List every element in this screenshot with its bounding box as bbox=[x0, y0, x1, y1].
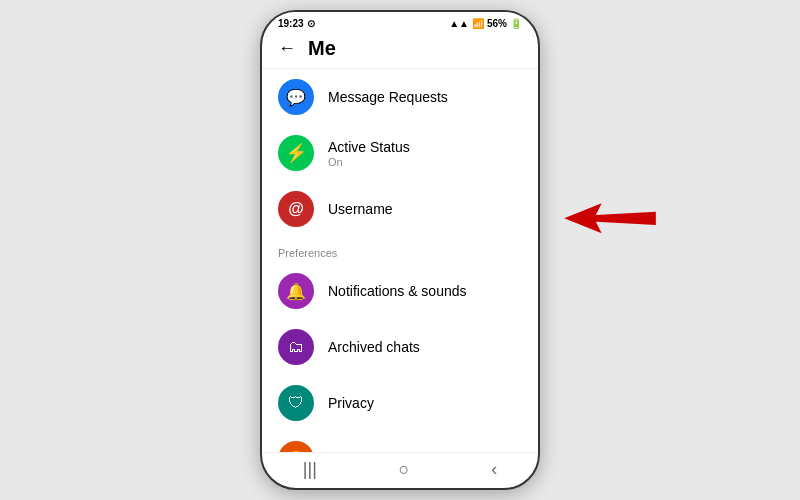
preferences-section-label: Preferences bbox=[262, 237, 538, 263]
arrow-annotation bbox=[550, 195, 670, 249]
status-clock-icon: ⊙ bbox=[307, 18, 315, 29]
privacy-label: Privacy bbox=[328, 395, 374, 411]
back-button[interactable]: ← bbox=[278, 38, 296, 59]
menu-item-archived-chats[interactable]: 🗂 Archived chats bbox=[262, 319, 538, 375]
page-header: ← Me bbox=[262, 31, 538, 69]
archived-chats-icon: 🗂 bbox=[278, 329, 314, 365]
status-time: 19:23 bbox=[278, 18, 304, 29]
avatar-icon: 😊 bbox=[278, 441, 314, 452]
nav-bar: ||| ○ ‹ bbox=[262, 452, 538, 488]
message-requests-icon: 💬 bbox=[278, 79, 314, 115]
archived-chats-label: Archived chats bbox=[328, 339, 420, 355]
menu-item-notifications[interactable]: 🔔 Notifications & sounds bbox=[262, 263, 538, 319]
signal-icon: ▲▲ bbox=[449, 18, 469, 29]
nav-home-icon[interactable]: ○ bbox=[399, 459, 410, 480]
message-requests-label: Message Requests bbox=[328, 89, 448, 105]
privacy-icon: 🛡 bbox=[278, 385, 314, 421]
menu-item-avatar[interactable]: 😊 Avatar bbox=[262, 431, 538, 452]
active-status-label: Active Status bbox=[328, 139, 410, 155]
nav-menu-icon[interactable]: ||| bbox=[303, 459, 317, 480]
battery-level: 56% bbox=[487, 18, 507, 29]
username-icon: @ bbox=[278, 191, 314, 227]
phone-frame: 19:23 ⊙ ▲▲ 📶 56% 🔋 ← Me 💬 Mess bbox=[260, 10, 540, 490]
active-status-icon: ⚡ bbox=[278, 135, 314, 171]
nav-back-icon[interactable]: ‹ bbox=[491, 459, 497, 480]
status-bar: 19:23 ⊙ ▲▲ 📶 56% 🔋 bbox=[262, 12, 538, 31]
username-label: Username bbox=[328, 201, 393, 217]
notifications-label: Notifications & sounds bbox=[328, 283, 467, 299]
svg-marker-0 bbox=[564, 203, 656, 233]
menu-item-username[interactable]: @ Username bbox=[262, 181, 538, 237]
page-title: Me bbox=[308, 37, 336, 60]
menu-item-privacy[interactable]: 🛡 Privacy bbox=[262, 375, 538, 431]
wifi-icon: 📶 bbox=[472, 18, 484, 29]
menu-item-message-requests[interactable]: 💬 Message Requests bbox=[262, 69, 538, 125]
active-status-subtext: On bbox=[328, 156, 410, 168]
battery-icon: 🔋 bbox=[510, 18, 522, 29]
menu-content: 💬 Message Requests ⚡ Active Status On bbox=[262, 69, 538, 452]
menu-item-active-status[interactable]: ⚡ Active Status On bbox=[262, 125, 538, 181]
notifications-icon: 🔔 bbox=[278, 273, 314, 309]
